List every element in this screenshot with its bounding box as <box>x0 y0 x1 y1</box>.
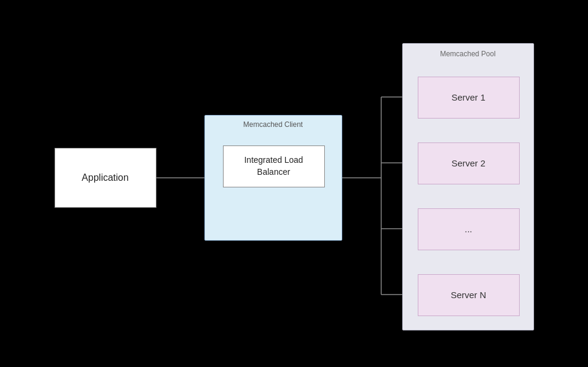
load-balancer-box: Integrated LoadBalancer <box>223 145 325 187</box>
application-label: Application <box>82 172 128 183</box>
server-2-box: Server 2 <box>418 142 520 184</box>
server-ellipsis-label: ... <box>465 224 472 234</box>
server-n-box: Server N <box>418 274 520 316</box>
memcached-pool-box: Memcached Pool Server 1 Server 2 ... Ser… <box>402 43 534 330</box>
server-1-label: Server 1 <box>451 92 486 102</box>
application-box: Application <box>55 148 156 208</box>
pool-title: Memcached Pool <box>403 50 533 58</box>
client-title: Memcached Client <box>205 120 342 129</box>
diagram-container: Application Memcached Client Integrated … <box>0 0 588 367</box>
diagram-inner: Application Memcached Client Integrated … <box>37 22 552 345</box>
server-2-label: Server 2 <box>451 158 486 168</box>
server-n-label: Server N <box>451 290 486 300</box>
load-balancer-label: Integrated LoadBalancer <box>244 154 303 178</box>
memcached-client-box: Memcached Client Integrated LoadBalancer <box>204 115 342 241</box>
server-1-box: Server 1 <box>418 77 520 119</box>
server-ellipsis-box: ... <box>418 208 520 250</box>
